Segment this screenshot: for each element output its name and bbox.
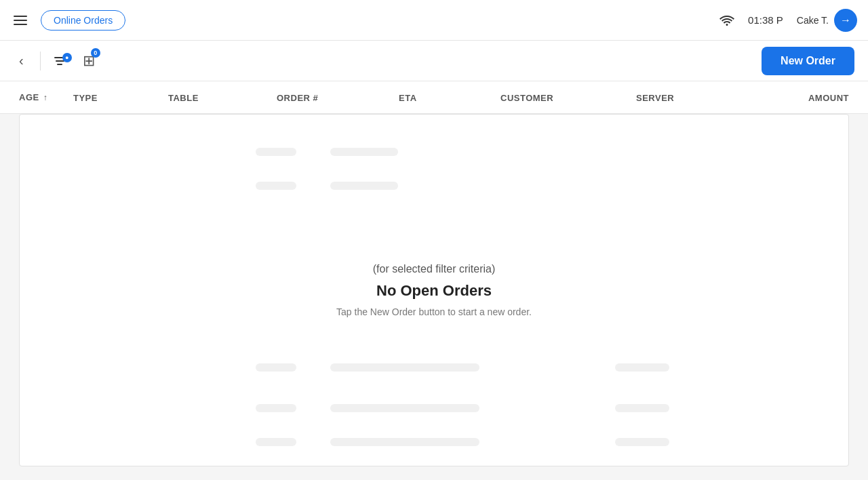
col-amount: AMOUNT (758, 92, 849, 104)
wifi-icon (719, 15, 734, 26)
topbar-right: 01:38 P Cake T. → (719, 9, 857, 32)
table-header-label: TABLE (168, 93, 199, 103)
placeholder-cell (330, 363, 479, 372)
placeholder-row-5 (20, 425, 848, 459)
type-header: TYPE (73, 93, 98, 103)
avatar-icon: → (840, 14, 851, 26)
toolbar-left: ‹ ● ⊞ 0 (14, 49, 98, 73)
order-header: ORDER # (277, 93, 318, 103)
placeholder-row-3 (20, 351, 848, 384)
col-server: SERVER (636, 92, 758, 104)
topbar-left: Online Orders (11, 10, 125, 31)
hamburger-icon (14, 16, 27, 25)
toolbar: ‹ ● ⊞ 0 New Order (0, 41, 868, 81)
back-button[interactable]: ‹ (14, 50, 29, 71)
server-header: SERVER (636, 93, 674, 103)
placeholder-cell (256, 438, 296, 446)
back-icon: ‹ (19, 53, 24, 68)
sort-arrow-icon[interactable]: ↑ (43, 93, 47, 102)
orders-table-body: (for selected filter criteria) No Open O… (19, 114, 849, 466)
placeholder-cell (330, 404, 479, 412)
placeholder-row-2 (20, 169, 848, 203)
amount-header: AMOUNT (808, 93, 849, 103)
register-badge: 0 (91, 48, 100, 58)
eta-header: ETA (399, 93, 417, 103)
placeholder-cell (615, 363, 669, 372)
placeholder-row-1 (20, 135, 848, 169)
user-name: Cake T. (797, 15, 829, 26)
placeholder-cell (256, 182, 296, 190)
placeholder-cell (256, 363, 296, 372)
user-section: Cake T. → (797, 9, 857, 32)
placeholder-cell (615, 438, 669, 446)
empty-title: No Open Orders (376, 282, 492, 300)
menu-button[interactable] (11, 13, 30, 28)
customer-header: CUSTOMER (500, 93, 553, 103)
placeholder-cell (256, 148, 296, 156)
empty-state: (for selected filter criteria) No Open O… (336, 263, 532, 317)
col-type: TYPE (73, 92, 168, 104)
empty-subtitle: Tap the New Order button to start a new … (336, 306, 532, 317)
online-orders-button[interactable]: Online Orders (41, 10, 125, 31)
time-display: 01:38 P (748, 14, 783, 26)
col-table: TABLE (168, 92, 277, 104)
placeholder-cell (615, 404, 669, 412)
placeholder-cell (330, 438, 479, 446)
col-order: ORDER # (277, 92, 399, 104)
age-header: AGE (19, 92, 39, 102)
placeholder-row-4 (20, 391, 848, 425)
col-age: AGE ↑ (19, 92, 73, 102)
placeholder-cell (330, 148, 398, 156)
new-order-button[interactable]: New Order (762, 47, 854, 75)
placeholder-cell (256, 404, 296, 412)
topbar: Online Orders 01:38 P Cake T. → (0, 0, 868, 41)
toolbar-divider (40, 52, 41, 71)
placeholder-cell (330, 182, 398, 190)
filter-button[interactable]: ● (52, 54, 69, 68)
register-button[interactable]: ⊞ 0 (80, 49, 98, 73)
col-customer: CUSTOMER (500, 92, 636, 104)
empty-filter-text: (for selected filter criteria) (373, 263, 496, 275)
table-header: AGE ↑ TYPE TABLE ORDER # ETA CUSTOMER SE… (0, 81, 868, 114)
col-eta: ETA (399, 92, 500, 104)
user-avatar[interactable]: → (834, 9, 857, 32)
filter-badge: ● (62, 53, 72, 62)
